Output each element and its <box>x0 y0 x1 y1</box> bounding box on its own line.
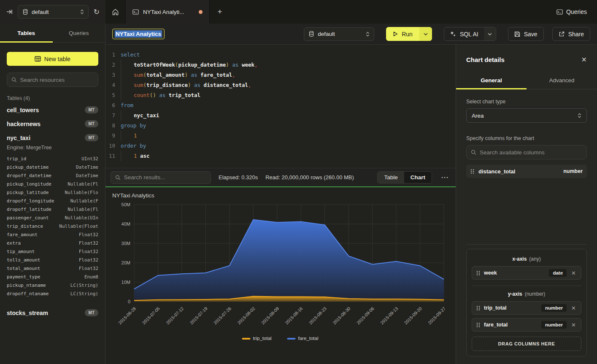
chart-type-label: Select chart type <box>466 99 587 105</box>
results-search[interactable] <box>111 171 211 184</box>
area-chart[interactable]: 010M20M30M40M50M2015-06-282015-07-052015… <box>112 200 449 349</box>
drag-handle-icon[interactable] <box>470 169 474 174</box>
column-row: pickup_datetimeDateTime <box>7 163 98 172</box>
top-bar: default ↻ NYTaxi Analyti... + Queries <box>0 0 597 24</box>
table-row[interactable]: hackernews MT <box>0 117 105 131</box>
results-bar: Elapsed: 0.320s Read: 20,000,000 rows (2… <box>105 168 456 186</box>
search-icon <box>471 149 476 155</box>
drop-zone[interactable]: DRAG COLUMNS HERE <box>472 337 581 351</box>
query-title-input[interactable]: NYTaxi Analytics <box>112 29 165 39</box>
x-tick-label: 2015-09-06 <box>356 306 375 326</box>
run-button-main[interactable]: Run <box>386 27 419 41</box>
line-number: 7 <box>105 111 121 121</box>
refresh-icon[interactable]: ↻ <box>94 8 100 16</box>
x-axis-items: week date ✕ <box>472 266 581 280</box>
save-icon <box>514 31 520 37</box>
sql-ai-button-main[interactable]: SQL AI <box>444 27 484 40</box>
view-toggle: Table Chart <box>377 171 432 183</box>
remove-column-icon[interactable]: ✕ <box>570 322 577 328</box>
drag-handle-icon[interactable] <box>476 305 480 311</box>
column-row: trip_idUInt32 <box>7 155 98 163</box>
column-type-badge: number <box>541 321 567 329</box>
editor-column: 1select2toStartOfWeek(pickup_datetime) a… <box>105 45 456 364</box>
code-line: 10order by <box>105 141 456 151</box>
legend-label-trip-total[interactable]: trip_total <box>253 336 272 341</box>
line-number: 5 <box>105 90 121 100</box>
legend-label-fare-total[interactable]: fare_total <box>298 336 319 341</box>
tab-general[interactable]: General <box>456 72 527 89</box>
home-tab-icon[interactable] <box>105 0 125 24</box>
sidebar-search-input[interactable] <box>20 77 94 83</box>
axis-column-item[interactable]: fare_total number ✕ <box>472 318 581 332</box>
sidebar-tab-queries[interactable]: Queries <box>53 24 105 42</box>
available-column-item[interactable]: distance_total number <box>466 164 587 178</box>
column-row: dropoff_longitudeNullable(F <box>7 197 98 205</box>
x-tick-label: 2015-09-27 <box>427 306 447 326</box>
collapse-sidebar-icon[interactable] <box>6 8 13 15</box>
column-row: dropoff_ntanameLC(String) <box>7 290 98 298</box>
query-toolbar: NYTaxi Analytics default Run <box>105 24 597 45</box>
drag-handle-icon[interactable] <box>476 322 480 328</box>
more-options-icon[interactable]: ··· <box>440 174 451 181</box>
drag-handle-icon[interactable] <box>476 270 480 276</box>
table-row[interactable]: cell_towers MT <box>0 103 105 117</box>
x-tick-label: 2015-08-30 <box>332 306 351 326</box>
table-row[interactable]: stocks_stream MT <box>0 306 105 320</box>
axis-column-item[interactable]: trip_total number ✕ <box>472 301 581 315</box>
read-stat: Read: 20,000,000 rows (260.00 MB) <box>265 174 354 181</box>
chevron-down-icon <box>424 33 428 35</box>
code-line: 7nyc_taxi <box>105 111 456 121</box>
main-column: NYTaxi Analytics default Run <box>105 24 597 364</box>
run-button[interactable]: Run <box>386 27 432 41</box>
columns-search[interactable] <box>466 145 587 159</box>
table-row[interactable]: nyc_taxi MT <box>0 131 105 145</box>
run-options-caret[interactable] <box>419 27 432 41</box>
column-type: number <box>563 168 583 174</box>
tab-general-label: General <box>481 77 502 84</box>
tab-advanced[interactable]: Advanced <box>527 72 597 89</box>
columns-label: Specify columns for the chart <box>466 135 587 141</box>
x-tick-label: 2015-09-20 <box>403 306 423 326</box>
queries-button[interactable]: Queries <box>556 8 587 15</box>
remove-column-icon[interactable]: ✕ <box>570 270 577 276</box>
chart-type-selector[interactable]: Area <box>466 108 587 123</box>
axis-column-item[interactable]: week date ✕ <box>472 266 581 280</box>
save-button[interactable]: Save <box>508 27 544 41</box>
share-icon <box>559 31 565 37</box>
line-number: 2 <box>105 60 121 70</box>
new-tab-button[interactable]: + <box>210 0 230 24</box>
sidebar-tab-queries-label: Queries <box>69 30 89 36</box>
terminal-icon <box>132 9 139 15</box>
code-line: 6from <box>105 100 456 111</box>
sql-editor[interactable]: 1select2toStartOfWeek(pickup_datetime) a… <box>105 45 456 168</box>
legend-swatch-fare-total[interactable] <box>287 338 296 340</box>
query-tab[interactable]: NYTaxi Analyti... <box>125 0 210 24</box>
columns-search-input[interactable] <box>480 149 582 156</box>
column-row: dropoff_latitudeNullable(Fl <box>7 205 98 214</box>
sidebar-tab-tables[interactable]: Tables <box>0 24 53 42</box>
column-name: week <box>484 270 497 276</box>
engine-badge: MT <box>85 120 98 127</box>
sidebar-search[interactable] <box>7 73 98 87</box>
close-icon[interactable]: ✕ <box>581 56 587 64</box>
new-table-button[interactable]: New table <box>7 52 98 66</box>
y-axis-hint: (number) <box>525 291 546 297</box>
sql-ai-button[interactable]: SQL AI <box>444 27 496 41</box>
code-line: 3sum(total_amount) as fare_total, <box>105 70 456 80</box>
column-type-badge: number <box>541 304 567 312</box>
sql-ai-caret[interactable] <box>484 27 496 40</box>
legend-swatch-trip-total[interactable] <box>242 338 251 340</box>
table-name: hackernews <box>7 121 41 127</box>
remove-column-icon[interactable]: ✕ <box>570 305 577 311</box>
database-selector[interactable]: default <box>18 5 89 19</box>
toolbar-database-selector[interactable]: default <box>304 27 374 41</box>
results-search-input[interactable] <box>124 174 206 181</box>
chart-view-button[interactable]: Chart <box>404 172 432 183</box>
table-name: cell_towers <box>7 107 39 113</box>
table-name: stocks_stream <box>7 310 48 316</box>
chart-panel: NYTaxi Analytics 010M20M30M40M50M2015-06… <box>105 186 456 364</box>
x-tick-label: 2015-07-05 <box>141 306 161 326</box>
table-view-button[interactable]: Table <box>378 172 404 183</box>
y-axis-label: y-axis <box>508 291 522 297</box>
share-button[interactable]: Share <box>552 27 590 41</box>
